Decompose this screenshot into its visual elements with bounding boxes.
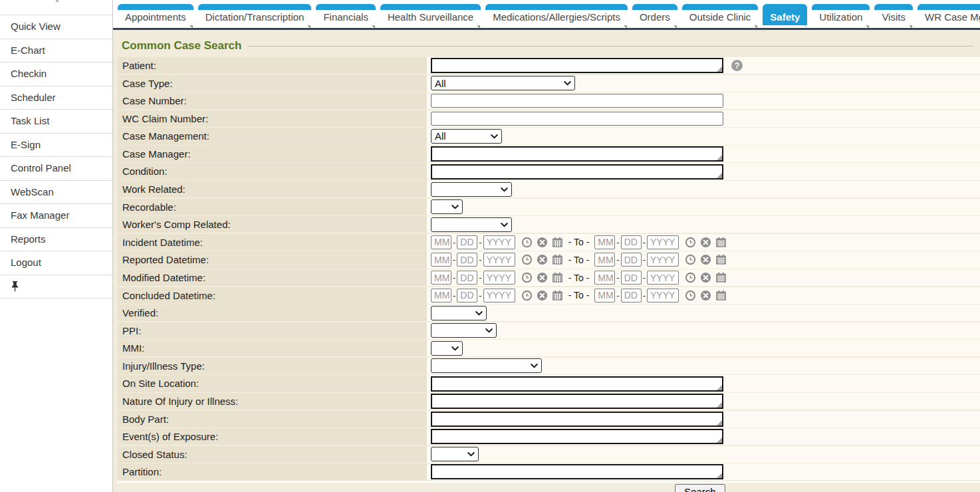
clear-icon[interactable] — [700, 290, 711, 301]
clear-icon[interactable] — [700, 254, 711, 265]
clear-icon[interactable] — [700, 272, 711, 283]
month-input[interactable] — [431, 253, 451, 267]
tab-health-surveillance[interactable]: Health Surveillance — [380, 4, 481, 25]
day-input[interactable] — [457, 235, 477, 249]
clock-icon[interactable] — [521, 290, 533, 301]
sidebar-item-reports[interactable]: Reports — [0, 228, 112, 252]
partition-input[interactable] — [432, 465, 722, 478]
month-input[interactable] — [431, 271, 451, 285]
clear-icon[interactable] — [700, 237, 711, 248]
tab-outside-clinic[interactable]: Outside Clinic — [682, 4, 759, 25]
tab-medications-allergies-scripts[interactable]: Medications/Allergies/Scripts — [485, 4, 628, 25]
workers-comp-related-select[interactable] — [431, 217, 512, 232]
wc-claim-number-input[interactable] — [431, 112, 723, 126]
sidebar-item-control-panel[interactable]: Control Panel — [0, 157, 112, 181]
day-input[interactable] — [457, 253, 477, 267]
sidebar-item-e-chart[interactable]: E-Chart — [0, 39, 112, 63]
injury-illness-type-select[interactable] — [431, 358, 542, 373]
sidebar-item-checkin[interactable]: Checkin — [0, 62, 112, 86]
calendar-icon[interactable] — [715, 237, 727, 248]
nature-of-injury-input[interactable] — [432, 395, 722, 408]
case-type-select[interactable]: All — [431, 76, 575, 90]
tab-orders[interactable]: Orders — [632, 4, 677, 25]
clock-icon[interactable] — [521, 254, 533, 265]
calendar-icon[interactable] — [552, 272, 563, 283]
patient-input[interactable] — [432, 59, 722, 72]
sidebar-item-e-sign[interactable]: E-Sign — [0, 134, 112, 158]
year-input[interactable] — [647, 253, 679, 267]
year-input[interactable] — [483, 289, 515, 303]
resize-grip[interactable] — [717, 173, 722, 178]
on-site-location-input[interactable] — [432, 378, 722, 390]
day-input[interactable] — [621, 271, 642, 285]
month-input[interactable] — [431, 235, 451, 249]
clear-icon[interactable] — [537, 272, 548, 283]
sidebar-item-scheduler[interactable]: Scheduler — [0, 86, 112, 110]
calendar-icon[interactable] — [552, 254, 563, 265]
case-management-select[interactable]: All — [431, 129, 502, 144]
body-part-input[interactable] — [432, 413, 722, 426]
clock-icon[interactable] — [521, 272, 533, 283]
ppi-select[interactable] — [431, 323, 497, 338]
resize-grip[interactable] — [717, 437, 722, 443]
resize-grip[interactable] — [717, 385, 722, 390]
clock-icon[interactable] — [521, 237, 533, 248]
clear-icon[interactable] — [537, 254, 548, 265]
year-input[interactable] — [483, 235, 515, 249]
recordable-select[interactable] — [431, 199, 463, 214]
search-button[interactable]: Search — [675, 484, 725, 492]
resize-grip[interactable] — [717, 66, 722, 72]
events-of-exposure-input[interactable] — [432, 430, 722, 443]
tab-wr-case-mgmt[interactable]: WR Case Mgmt — [918, 4, 980, 25]
case-manager-input[interactable] — [432, 148, 722, 160]
tab-utilization[interactable]: Utilization — [812, 4, 870, 25]
tab-dictation-transcription[interactable]: Dictation/Transcription — [198, 4, 312, 25]
tab-appointments[interactable]: Appointments — [118, 4, 193, 25]
help-icon[interactable]: ? — [731, 60, 743, 71]
day-input[interactable] — [621, 289, 642, 303]
month-input[interactable] — [594, 271, 615, 285]
year-input[interactable] — [483, 271, 515, 285]
resize-grip[interactable] — [717, 402, 722, 408]
clear-icon[interactable] — [537, 237, 548, 248]
clock-icon[interactable] — [685, 254, 696, 265]
calendar-icon[interactable] — [552, 237, 563, 248]
clock-icon[interactable] — [685, 272, 696, 283]
condition-input[interactable] — [432, 166, 722, 178]
sidebar-pin-toggle[interactable] — [0, 275, 112, 299]
calendar-icon[interactable] — [715, 254, 727, 265]
mmi-select[interactable] — [431, 341, 463, 356]
sidebar-item-fax-manager[interactable]: Fax Manager — [0, 204, 112, 228]
year-input[interactable] — [647, 235, 679, 249]
calendar-icon[interactable] — [715, 272, 727, 283]
clear-icon[interactable] — [537, 290, 548, 301]
clock-icon[interactable] — [685, 290, 696, 301]
resize-grip[interactable] — [717, 473, 722, 478]
calendar-icon[interactable] — [715, 290, 727, 301]
year-input[interactable] — [647, 271, 679, 285]
resize-grip[interactable] — [717, 155, 722, 160]
day-input[interactable] — [457, 271, 477, 285]
resize-grip[interactable] — [717, 420, 722, 426]
sidebar-item-quick-view[interactable]: Quick View — [0, 15, 112, 39]
sidebar-item-task-list[interactable]: Task List — [0, 110, 112, 134]
tab-safety[interactable]: Safety — [763, 4, 807, 25]
tab-visits[interactable]: Visits — [874, 4, 913, 25]
day-input[interactable] — [621, 253, 642, 267]
work-related-select[interactable] — [431, 182, 512, 197]
sidebar-item-logout[interactable]: Logout — [0, 251, 112, 275]
day-input[interactable] — [621, 235, 642, 249]
year-input[interactable] — [647, 289, 679, 303]
tab-financials[interactable]: Financials — [316, 4, 376, 25]
month-input[interactable] — [594, 253, 615, 267]
verified-select[interactable] — [431, 306, 487, 320]
month-input[interactable] — [594, 235, 615, 249]
closed-status-select[interactable] — [431, 447, 479, 461]
calendar-icon[interactable] — [552, 290, 563, 301]
year-input[interactable] — [483, 253, 515, 267]
sidebar-item-webscan[interactable]: WebScan — [0, 181, 112, 205]
month-input[interactable] — [594, 289, 615, 303]
case-number-input[interactable] — [431, 94, 723, 108]
month-input[interactable] — [431, 289, 451, 303]
day-input[interactable] — [457, 289, 477, 303]
